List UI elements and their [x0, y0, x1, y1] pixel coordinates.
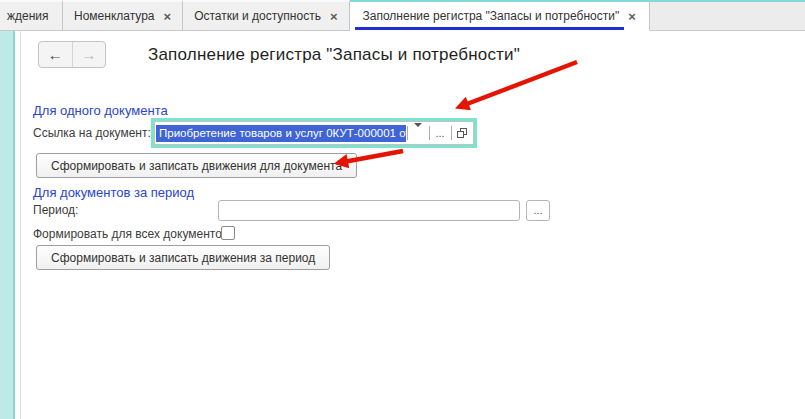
section-title-documents-period: Для документов за период [33, 185, 194, 200]
all-documents-label: Формировать для всех документов: [33, 227, 232, 241]
choose-button[interactable]: ... [429, 122, 451, 144]
tab-discussions[interactable]: ждения [0, 0, 63, 31]
app-window: ждения Номенклатура × Остатки и доступно… [0, 0, 805, 419]
history-nav: ← → [38, 41, 106, 68]
tab-stock-availability[interactable]: Остатки и доступность × [183, 0, 349, 31]
tab-label: Остатки и доступность [194, 9, 321, 23]
open-button[interactable] [451, 122, 473, 144]
document-reference-field-focus-ring: Приобретение товаров и услуг 0КУТ-000001… [151, 118, 477, 148]
close-icon[interactable]: × [330, 10, 338, 23]
tab-nomenclature[interactable]: Номенклатура × [63, 0, 183, 31]
forward-button[interactable]: → [72, 42, 106, 67]
tab-bar: ждения Номенклатура × Остатки и доступно… [0, 0, 805, 31]
generate-for-document-button[interactable]: Сформировать и записать движения для док… [36, 153, 357, 178]
close-icon[interactable]: × [164, 10, 172, 23]
tab-bar-filler [650, 0, 805, 31]
period-choose-button[interactable]: ... [526, 200, 550, 221]
selected-text: Приобретение товаров и услуг 0КУТ-000001… [156, 125, 406, 142]
all-documents-checkbox[interactable] [221, 226, 235, 240]
page-title: Заполнение регистра "Запасы и потребност… [148, 45, 520, 65]
dropdown-button[interactable] [407, 122, 429, 144]
annotation-arrow-to-field [459, 62, 577, 107]
generate-for-period-button[interactable]: Сформировать и записать движения за пери… [36, 245, 330, 270]
document-reference-label: Ссылка на документ: [33, 126, 151, 140]
period-label: Период: [33, 203, 78, 217]
document-reference-field: Приобретение товаров и услуг 0КУТ-000001… [154, 121, 474, 145]
section-title-single-document: Для одного документа [33, 103, 168, 118]
tab-label: Номенклатура [74, 9, 155, 23]
document-reference-input[interactable]: Приобретение товаров и услуг 0КУТ-000001… [155, 122, 407, 144]
tab-register-filling[interactable]: Заполнение регистра "Запасы и потребност… [350, 0, 650, 31]
ellipsis-icon: ... [435, 127, 444, 139]
left-accent-strip [0, 31, 15, 419]
tab-label: Заполнение регистра "Запасы и потребност… [363, 9, 620, 23]
tab-label: ждения [7, 9, 49, 23]
open-in-window-icon [456, 127, 468, 139]
back-button[interactable]: ← [39, 42, 72, 67]
period-input[interactable] [218, 200, 520, 221]
chevron-down-icon [414, 127, 423, 139]
panel-left-border [20, 31, 21, 419]
close-icon[interactable]: × [628, 10, 636, 23]
